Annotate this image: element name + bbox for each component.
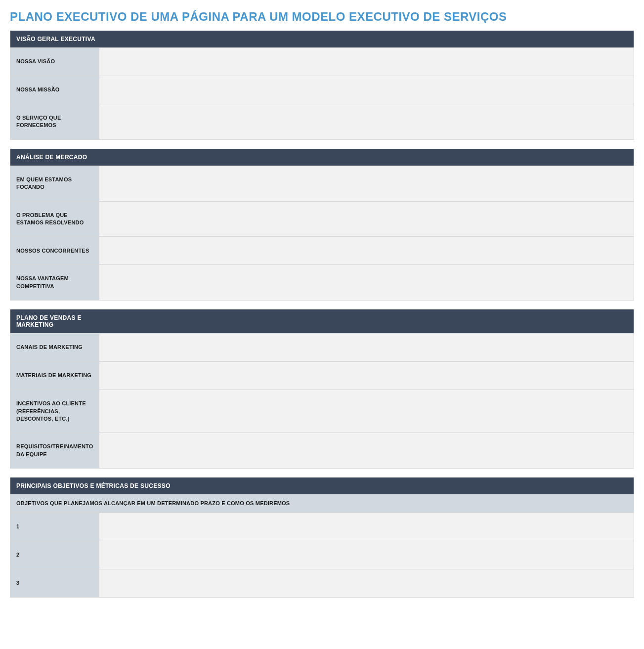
row-value[interactable]: [99, 569, 634, 597]
row-value[interactable]: [99, 541, 634, 569]
section-header: VISÃO GERAL EXECUTIVA: [10, 31, 634, 47]
row-label: NOSSOS CONCORRENTES: [10, 237, 99, 264]
row-value[interactable]: [99, 166, 634, 201]
row-value[interactable]: [99, 433, 634, 468]
table-row: INCENTIVOS AO CLIENTE (REFERÊNCIAS, DESC…: [10, 389, 634, 433]
table-row: REQUISITOS/TREINAMENTO DA EQUIPE: [10, 433, 634, 468]
section-market-analysis: ANÁLISE DE MERCADO EM QUEM ESTAMOS FOCAN…: [10, 149, 634, 301]
row-label: CANAIS DE MARKETING: [10, 334, 99, 361]
page-title: PLANO EXECUTIVO DE UMA PÁGINA PARA UM MO…: [10, 10, 634, 24]
section-header: PLANO DE VENDAS E MARKETING: [10, 309, 105, 333]
section-subheader: OBJETIVOS QUE PLANEJAMOS ALCANÇAR EM UM …: [10, 494, 634, 513]
row-value[interactable]: [99, 362, 634, 389]
table-row: 1: [10, 513, 634, 541]
row-label: 1: [10, 513, 99, 541]
table-row: 3: [10, 569, 634, 597]
table-row: MATERIAIS DE MARKETING: [10, 361, 634, 389]
table-row: NOSSA VISÃO: [10, 47, 634, 76]
row-label: MATERIAIS DE MARKETING: [10, 362, 99, 389]
row-value[interactable]: [99, 513, 634, 541]
row-value[interactable]: [99, 334, 634, 361]
table-row: NOSSA MISSÃO: [10, 76, 634, 104]
row-value[interactable]: [99, 104, 634, 139]
table-row: CANAIS DE MARKETING: [10, 333, 634, 361]
row-label: NOSSA VANTAGEM COMPETITIVA: [10, 265, 99, 300]
table-row: 2: [10, 541, 634, 569]
row-value[interactable]: [99, 202, 634, 237]
table-row: O SERVIÇO QUE FORNECEMOS: [10, 104, 634, 139]
row-value[interactable]: [99, 390, 634, 433]
section-executive-overview: VISÃO GERAL EXECUTIVA NOSSA VISÃO NOSSA …: [10, 31, 634, 140]
row-label: O PROBLEMA QUE ESTAMOS RESOLVENDO: [10, 202, 99, 237]
row-label: EM QUEM ESTAMOS FOCANDO: [10, 166, 99, 201]
section-header: ANÁLISE DE MERCADO: [10, 149, 634, 166]
row-value[interactable]: [99, 76, 634, 104]
row-value[interactable]: [99, 48, 634, 76]
row-label: NOSSA MISSÃO: [10, 76, 99, 104]
row-value[interactable]: [99, 265, 634, 300]
row-label: INCENTIVOS AO CLIENTE (REFERÊNCIAS, DESC…: [10, 390, 99, 433]
table-row: EM QUEM ESTAMOS FOCANDO: [10, 166, 634, 201]
section-sales-marketing: PLANO DE VENDAS E MARKETING CANAIS DE MA…: [10, 309, 634, 469]
row-label: 3: [10, 569, 99, 597]
table-row: NOSSOS CONCORRENTES: [10, 236, 634, 264]
section-objectives-metrics: PRINCIPAIS OBJETIVOS E MÉTRICAS DE SUCES…: [10, 477, 634, 598]
row-label: O SERVIÇO QUE FORNECEMOS: [10, 104, 99, 139]
table-row: NOSSA VANTAGEM COMPETITIVA: [10, 264, 634, 300]
row-label: REQUISITOS/TREINAMENTO DA EQUIPE: [10, 433, 99, 468]
section-header: PRINCIPAIS OBJETIVOS E MÉTRICAS DE SUCES…: [10, 477, 634, 494]
row-value[interactable]: [99, 237, 634, 264]
row-label: NOSSA VISÃO: [10, 48, 99, 76]
table-row: O PROBLEMA QUE ESTAMOS RESOLVENDO: [10, 201, 634, 237]
row-label: 2: [10, 541, 99, 569]
